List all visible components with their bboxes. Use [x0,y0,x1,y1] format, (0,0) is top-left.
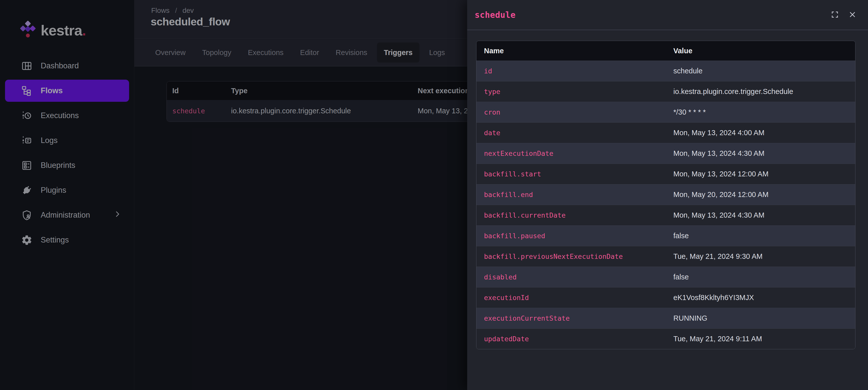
detail-name: backfill.end [476,184,666,205]
detail-value: Mon, May 13, 2024 4:00 AM [666,122,855,143]
detail-row: executionIdeK1Vosf8Kkltyh6YI3MJX [476,287,855,308]
detail-row: dateMon, May 13, 2024 4:00 AM [476,122,855,143]
close-icon[interactable] [848,10,857,19]
detail-name: id [476,61,666,81]
detail-value: Mon, May 20, 2024 12:00 AM [666,184,855,205]
detail-value: */30 * * * * [666,102,855,122]
detail-row: nextExecutionDateMon, May 13, 2024 4:30 … [476,143,855,163]
detail-value: Tue, May 21, 2024 9:30 AM [666,246,855,267]
trigger-detail-table: Name Value idscheduletypeio.kestra.plugi… [476,41,856,349]
detail-name: backfill.currentDate [476,205,666,226]
trigger-detail-drawer: schedule Name Value idscheduletypeio.kes… [467,0,868,390]
detail-name: updatedDate [476,328,666,349]
detail-name: backfill.paused [476,226,666,246]
drawer-actions [831,10,857,19]
detail-value: schedule [666,61,855,81]
drawer-header: schedule [467,0,868,30]
detail-name: cron [476,102,666,122]
detail-name: executionId [476,287,666,308]
detail-value: RUNNING [666,308,855,328]
detail-row: idschedule [476,61,855,81]
detail-name: date [476,122,666,143]
detail-value: Mon, May 13, 2024 4:30 AM [666,205,855,226]
detail-value: eK1Vosf8Kkltyh6YI3MJX [666,287,855,308]
detail-name: type [476,81,666,102]
detail-name: executionCurrentState [476,308,666,328]
detail-name: backfill.previousNextExecutionDate [476,246,666,267]
detail-row: backfill.currentDateMon, May 13, 2024 4:… [476,205,855,226]
detail-row: disabledfalse [476,267,855,287]
detail-row: executionCurrentStateRUNNING [476,308,855,328]
detail-value: Tue, May 21, 2024 9:11 AM [666,328,855,349]
detail-name: disabled [476,267,666,287]
detail-row: typeio.kestra.plugin.core.trigger.Schedu… [476,81,855,102]
detail-row: cron*/30 * * * * [476,102,855,122]
detail-row: backfill.endMon, May 20, 2024 12:00 AM [476,184,855,205]
detail-value: Mon, May 13, 2024 4:30 AM [666,143,855,163]
detail-row: backfill.previousNextExecutionDateTue, M… [476,246,855,267]
detail-value: false [666,267,855,287]
detail-col-value: Value [666,41,855,61]
detail-row: backfill.startMon, May 13, 2024 12:00 AM [476,163,855,184]
detail-row: backfill.pausedfalse [476,226,855,246]
detail-value: false [666,226,855,246]
detail-row: updatedDateTue, May 21, 2024 9:11 AM [476,328,855,349]
fullscreen-expand-icon[interactable] [831,10,839,19]
detail-value: Mon, May 13, 2024 12:00 AM [666,163,855,184]
detail-name: backfill.start [476,163,666,184]
detail-name: nextExecutionDate [476,143,666,163]
detail-col-name: Name [476,41,666,61]
drawer-title: schedule [475,10,516,20]
detail-value: io.kestra.plugin.core.trigger.Schedule [666,81,855,102]
